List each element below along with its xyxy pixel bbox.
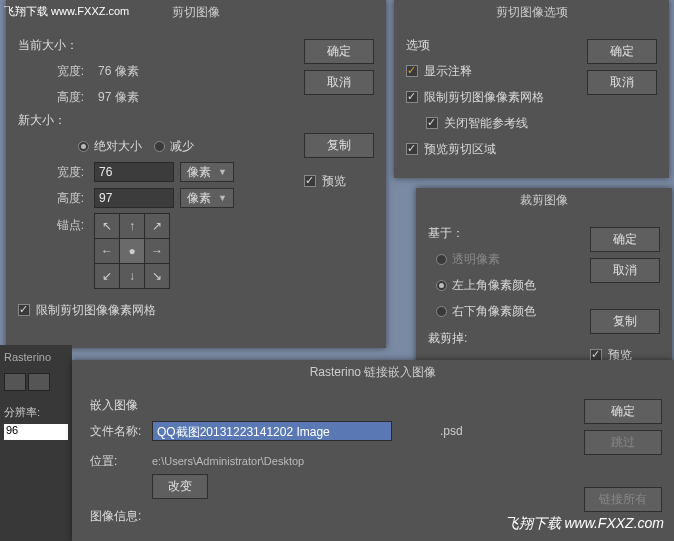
show-anno-checkbox[interactable] — [406, 65, 418, 77]
unit-label: 像素 — [187, 164, 211, 181]
panel-title: 剪切图像选项 — [394, 0, 669, 25]
reduce-label: 减少 — [170, 138, 194, 155]
link-embed-panel: Rasterino 链接嵌入图像 嵌入图像 文件名称: QQ截图20131223… — [72, 360, 674, 541]
transparent-label: 透明像素 — [452, 251, 500, 268]
watermark-top-left: 飞翔下载 www.FXXZ.com — [4, 4, 129, 19]
width-label: 宽度: — [38, 63, 84, 80]
new-width-input[interactable]: 76 — [94, 162, 174, 182]
show-anno-label: 显示注释 — [424, 63, 472, 80]
panel-title: Rasterino 链接嵌入图像 — [72, 360, 674, 385]
top-left-radio[interactable] — [436, 280, 447, 291]
preview-label: 预览 — [322, 173, 346, 190]
ok-button[interactable]: 确定 — [584, 399, 662, 424]
ok-button[interactable]: 确定 — [304, 39, 374, 64]
anchor-w[interactable]: ← — [95, 239, 119, 263]
top-left-label: 左上角像素颜色 — [452, 277, 536, 294]
ok-button[interactable]: 确定 — [587, 39, 657, 64]
link-all-button[interactable]: 链接所有 — [584, 487, 662, 512]
new-size-label: 新大小： — [18, 112, 304, 129]
preview-checkbox[interactable] — [304, 175, 316, 187]
cancel-button[interactable]: 取消 — [304, 70, 374, 95]
current-width-unit: 像素 — [115, 63, 139, 80]
new-width-label: 宽度: — [38, 164, 84, 181]
chevron-down-icon: ▼ — [218, 193, 227, 203]
current-height-unit: 像素 — [115, 89, 139, 106]
anchor-nw[interactable]: ↖ — [95, 214, 119, 238]
watermark-bottom-right: 飞翔下载 www.FXXZ.com — [505, 515, 664, 533]
cancel-button[interactable]: 取消 — [590, 258, 660, 283]
trim-image-panel: 裁剪图像 基于： 透明像素 左上角像素颜色 右下角像素颜色 裁剪掉: 确定 取消… — [416, 188, 672, 378]
change-button[interactable]: 改变 — [152, 474, 208, 499]
anchor-n[interactable]: ↑ — [120, 214, 144, 238]
anchor-e[interactable]: → — [145, 239, 169, 263]
embed-icon[interactable] — [28, 373, 50, 391]
close-guides-checkbox[interactable] — [426, 117, 438, 129]
anchor-label: 锚点: — [38, 213, 84, 234]
height-label: 高度: — [38, 89, 84, 106]
copy-button[interactable]: 复制 — [304, 133, 374, 158]
filename-label: 文件名称: — [90, 423, 152, 440]
unit-label: 像素 — [187, 190, 211, 207]
current-size-label: 当前大小： — [18, 37, 304, 54]
transparent-radio[interactable] — [436, 254, 447, 265]
preview-area-label: 预览剪切区域 — [424, 141, 496, 158]
cancel-button[interactable]: 取消 — [587, 70, 657, 95]
resolution-input[interactable]: 96 — [4, 424, 68, 440]
new-height-input[interactable]: 97 — [94, 188, 174, 208]
new-height-label: 高度: — [38, 190, 84, 207]
close-guides-label: 关闭智能参考线 — [444, 115, 528, 132]
anchor-ne[interactable]: ↗ — [145, 214, 169, 238]
current-width-value: 76 — [98, 64, 111, 78]
absolute-size-label: 绝对大小 — [94, 138, 142, 155]
file-ext: .psd — [440, 424, 463, 438]
limit-grid-checkbox[interactable] — [18, 304, 30, 316]
current-height-value: 97 — [98, 90, 111, 104]
anchor-s[interactable]: ↓ — [120, 264, 144, 288]
rasterino-sidebar: Rasterino 分辨率: 96 — [0, 345, 72, 541]
bottom-right-radio[interactable] — [436, 306, 447, 317]
crop-options-panel: 剪切图像选项 选项 显示注释 限制剪切图像像素网格 关闭智能参考线 预览剪切区域… — [394, 0, 669, 178]
resolution-label: 分辨率: — [0, 401, 72, 424]
copy-button[interactable]: 复制 — [590, 309, 660, 334]
anchor-center[interactable]: ● — [120, 239, 144, 263]
options-section-label: 选项 — [406, 37, 587, 54]
height-unit-select[interactable]: 像素▼ — [180, 188, 234, 208]
reduce-radio[interactable] — [154, 141, 165, 152]
bottom-right-label: 右下角像素颜色 — [452, 303, 536, 320]
skip-button[interactable]: 跳过 — [584, 430, 662, 455]
anchor-grid[interactable]: ↖ ↑ ↗ ← ● → ↙ ↓ ↘ — [94, 213, 170, 289]
embed-section-label: 嵌入图像 — [90, 397, 584, 414]
anchor-se[interactable]: ↘ — [145, 264, 169, 288]
preview-area-checkbox[interactable] — [406, 143, 418, 155]
panel-title: 裁剪图像 — [416, 188, 672, 213]
limit-grid-label: 限制剪切图像像素网格 — [36, 302, 156, 319]
absolute-size-radio[interactable] — [78, 141, 89, 152]
app-name: Rasterino — [0, 345, 72, 369]
filename-input[interactable]: QQ截图20131223141202 Image — [152, 421, 392, 441]
width-unit-select[interactable]: 像素▼ — [180, 162, 234, 182]
crop-image-panel: 剪切图像 当前大小： 宽度: 76 像素 高度: 97 像素 新大小： 绝对大小… — [6, 0, 386, 348]
ok-button[interactable]: 确定 — [590, 227, 660, 252]
link-icon[interactable] — [4, 373, 26, 391]
trim-away-label: 裁剪掉: — [428, 330, 590, 347]
location-value: e:\Users\Administrator\Desktop — [152, 455, 304, 467]
location-label: 位置: — [90, 453, 152, 470]
based-on-label: 基于： — [428, 225, 590, 242]
limit-grid-label: 限制剪切图像像素网格 — [424, 89, 544, 106]
anchor-sw[interactable]: ↙ — [95, 264, 119, 288]
chevron-down-icon: ▼ — [218, 167, 227, 177]
limit-grid-checkbox[interactable] — [406, 91, 418, 103]
